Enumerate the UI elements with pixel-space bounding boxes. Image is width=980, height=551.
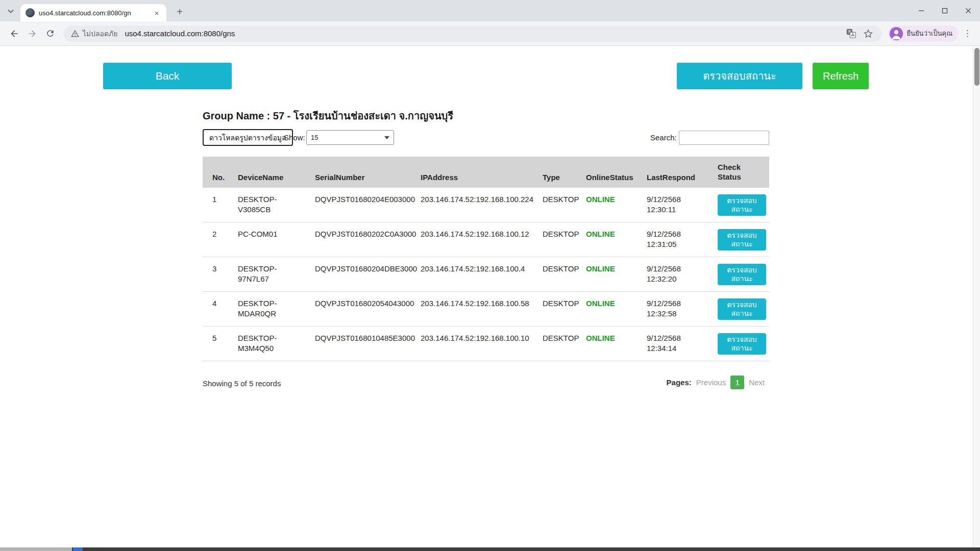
col-header-onlinestatus: OnlineStatus — [576, 157, 637, 188]
cell-serial: DQVPJST016802054043000 — [305, 292, 411, 327]
status-badge: ONLINE — [586, 264, 615, 273]
bookmark-button[interactable] — [862, 27, 875, 40]
taskbar-edge-light — [0, 547, 72, 551]
row-check-status-button[interactable]: ตรวจสอบสถานะ — [718, 229, 766, 251]
cell-status: ONLINE — [576, 188, 637, 222]
bookmark-star-icon — [863, 29, 873, 39]
avatar — [890, 27, 903, 40]
table-row: 3 DESKTOP-97N7L67 DQVPJST01680204DBE3000… — [203, 257, 769, 292]
col-header-lastrespond: LastRespond — [637, 157, 708, 188]
cell-lastrespond: 9/12/2568 12:32:20 — [637, 257, 708, 292]
status-badge: ONLINE — [586, 230, 615, 238]
cell-device: DESKTOP-MDAR0QR — [228, 292, 305, 327]
browser-tab[interactable]: uso4.starcatcloud.com:8080/gn × — [20, 4, 166, 21]
col-header-devicename: DeviceName — [228, 157, 305, 188]
profile-chip[interactable]: ยืนยันว่าเป็นคุณ — [888, 26, 959, 42]
new-tab-button[interactable]: + — [173, 5, 187, 19]
search-input[interactable] — [679, 131, 769, 145]
page-content: Back ตรวจสอบสถานะ Refresh Group Name : 5… — [0, 46, 980, 548]
forward-arrow-icon — [27, 29, 37, 39]
cell-status: ONLINE — [576, 222, 637, 257]
page-scrollbar[interactable] — [973, 46, 980, 548]
cell-action: ตรวจสอบสถานะ — [708, 292, 769, 327]
tab-search-button[interactable] — [5, 6, 16, 17]
cell-status: ONLINE — [576, 292, 637, 327]
cell-device: DESKTOP-V3085CB — [228, 188, 305, 222]
row-check-status-button[interactable]: ตรวจสอบสถานะ — [718, 194, 766, 216]
cell-ip: 203.146.174.52:192.168.100.10 — [411, 327, 533, 361]
table-row: 1 DESKTOP-V3085CB DQVPJST01680204E003000… — [203, 188, 769, 222]
cell-device: PC-COM01 — [228, 222, 305, 257]
show-select-wrap: 15 — [306, 130, 394, 145]
reload-icon — [45, 29, 55, 38]
not-secure-warning-icon — [71, 30, 79, 38]
cell-action: ตรวจสอบสถานะ — [708, 222, 769, 257]
cell-lastrespond: 9/12/2568 12:30:11 — [637, 188, 708, 222]
cell-device: DESKTOP-97N7L67 — [228, 257, 305, 292]
cell-device: DESKTOP-M3M4Q50 — [228, 327, 305, 361]
address-bar[interactable]: ไม่ปลอดภัย uso4.starcatcloud.com:8080/gn… — [64, 26, 883, 42]
table-row: 2 PC-COM01 DQVPJST01680202C0A3000 203.14… — [203, 222, 769, 257]
cell-ip: 203.146.174.52:192.168.100.58 — [411, 292, 533, 327]
cell-ip: 203.146.174.52:192.168.100.12 — [411, 222, 533, 257]
window-controls — [910, 0, 980, 21]
row-check-status-button[interactable]: ตรวจสอบสถานะ — [718, 264, 766, 285]
translate-button[interactable] — [844, 27, 857, 40]
back-nav-button[interactable] — [5, 24, 23, 43]
show-entries-select[interactable]: 15 — [306, 130, 394, 145]
close-window-button[interactable] — [957, 0, 980, 21]
chevron-down-icon — [8, 9, 14, 13]
forward-nav-button[interactable] — [23, 24, 42, 43]
row-check-status-button[interactable]: ตรวจสอบสถานะ — [718, 298, 766, 320]
cell-status: ONLINE — [576, 257, 637, 292]
back-arrow-icon — [9, 29, 19, 39]
download-table-image-button[interactable]: ดาวโหลดรูปตารางข้อมูล — [203, 129, 293, 146]
table-row: 4 DESKTOP-MDAR0QR DQVPJST016802054043000… — [203, 292, 769, 327]
minimize-button[interactable] — [910, 0, 933, 21]
cell-type: DESKTOP — [533, 188, 576, 222]
minimize-icon — [918, 8, 924, 14]
refresh-button[interactable]: Refresh — [813, 63, 869, 89]
browser-menu-button[interactable]: ⋮ — [960, 24, 975, 43]
device-table: No. DeviceName SerialNumber IPAddress Ty… — [203, 157, 769, 361]
cell-serial: DQVPJST0168010485E3000 — [305, 327, 411, 361]
col-header-type: Type — [533, 157, 576, 188]
col-header-no: No. — [203, 157, 228, 188]
col-header-ipaddress: IPAddress — [411, 157, 533, 188]
back-button[interactable]: Back — [103, 63, 232, 89]
person-icon — [890, 27, 903, 40]
previous-page-link[interactable]: Previous — [696, 378, 726, 387]
browser-toolbar: ไม่ปลอดภัย uso4.starcatcloud.com:8080/gn… — [0, 21, 980, 46]
row-check-status-button[interactable]: ตรวจสอบสถานะ — [718, 333, 766, 355]
current-page-number[interactable]: 1 — [730, 375, 744, 389]
cell-type: DESKTOP — [533, 222, 576, 257]
cell-type: DESKTOP — [533, 327, 576, 361]
pages-label: Pages: — [667, 378, 692, 387]
security-label: ไม่ปลอดภัย — [83, 28, 118, 39]
cell-serial: DQVPJST01680204DBE3000 — [305, 257, 411, 292]
cell-serial: DQVPJST01680202C0A3000 — [305, 222, 411, 257]
tab-title: uso4.starcatcloud.com:8080/gn — [39, 9, 148, 17]
show-label: Show: — [284, 133, 305, 142]
cell-type: DESKTOP — [533, 257, 576, 292]
reload-button[interactable] — [41, 24, 60, 43]
profile-label: ยืนยันว่าเป็นคุณ — [906, 28, 952, 39]
scrollbar-thumb[interactable] — [974, 48, 979, 86]
cell-no: 5 — [203, 327, 228, 361]
next-page-link[interactable]: Next — [749, 378, 765, 387]
cell-type: DESKTOP — [533, 292, 576, 327]
close-icon — [965, 8, 971, 14]
url-text: uso4.starcatcloud.com:8080/gns — [125, 29, 840, 38]
maximize-icon — [942, 8, 948, 14]
maximize-button[interactable] — [933, 0, 957, 21]
cell-lastrespond: 9/12/2568 12:31:05 — [637, 222, 708, 257]
favicon-icon — [26, 8, 35, 17]
check-status-button[interactable]: ตรวจสอบสถานะ — [677, 63, 802, 89]
pagination: Pages: Previous 1 Next — [667, 375, 769, 389]
tab-close-icon[interactable]: × — [152, 8, 161, 17]
cell-no: 3 — [203, 257, 228, 292]
cell-ip: 203.146.174.52:192.168.100.224 — [411, 188, 533, 222]
search-label: Search: — [650, 133, 677, 142]
cell-action: ตรวจสอบสถานะ — [708, 327, 769, 361]
cell-status: ONLINE — [576, 327, 637, 361]
